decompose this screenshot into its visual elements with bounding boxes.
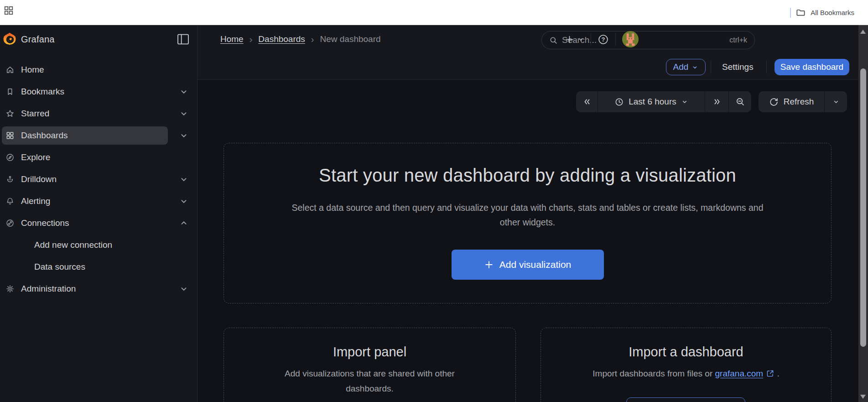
chevron-up-icon[interactable]: [179, 218, 189, 228]
breadcrumb-separator-icon: ›: [249, 34, 253, 45]
sidebar: Home Bookmarks Starred Dashboards: [0, 53, 198, 402]
chevron-down-icon[interactable]: [179, 284, 189, 294]
import-panel-title: Import panel: [333, 345, 406, 360]
plus-icon: [565, 35, 574, 44]
dashboard-toolbar: Add Settings Save dashboard: [198, 53, 858, 80]
bookmark-icon: [5, 87, 15, 96]
sidebar-item-alerting[interactable]: Alerting: [0, 192, 198, 210]
sidebar-item-label: Home: [21, 65, 44, 75]
sidebar-item-label: Connections: [21, 218, 69, 228]
plus-icon: [484, 260, 494, 270]
sidebar-item-data-sources[interactable]: Data sources: [0, 258, 198, 276]
scroll-up-arrow[interactable]: [860, 30, 866, 34]
sidebar-item-label: Dashboards: [21, 131, 68, 141]
chevron-down-icon: [691, 64, 698, 71]
bookmarks-divider: [790, 8, 791, 18]
grafana-logo[interactable]: Grafana: [3, 31, 55, 47]
app-header: Grafana Home › Dashboards › New dashboar…: [0, 25, 858, 53]
time-zoom-out-button[interactable]: [728, 91, 751, 112]
search-shortcut: ctrl+k: [729, 36, 747, 44]
header-actions: ?: [565, 25, 639, 53]
add-visualization-button[interactable]: Add visualization: [452, 250, 604, 280]
import-dashboard-desc-suffix: .: [774, 369, 780, 378]
sidebar-header: Grafana: [0, 25, 198, 53]
add-panel-button[interactable]: Add: [666, 59, 706, 75]
chevron-down-icon[interactable]: [179, 87, 189, 97]
time-picker-group: Last 6 hours: [576, 91, 751, 112]
grafana-com-link[interactable]: grafana.com: [715, 369, 764, 378]
time-range-label: Last 6 hours: [629, 97, 676, 107]
drilldown-icon: [5, 175, 15, 184]
chevron-down-icon[interactable]: [179, 109, 189, 119]
sidebar-item-add-new-connection[interactable]: Add new connection: [0, 236, 198, 254]
time-shift-back-button[interactable]: [576, 91, 598, 112]
import-dashboard-description: Import dashboards from files or grafana.…: [593, 366, 779, 381]
settings-label: Settings: [722, 62, 754, 72]
apps-grid-icon: [5, 131, 15, 140]
zoom-out-icon: [735, 97, 745, 107]
chevron-down-icon[interactable]: [179, 131, 189, 141]
breadcrumb-current: New dashboard: [320, 34, 380, 44]
sidebar-item-drilldown[interactable]: Drilldown: [0, 170, 198, 188]
gear-icon: [5, 284, 15, 293]
sidebar-item-home[interactable]: Home: [0, 61, 198, 79]
dashboard-canvas: Last 6 hours Refresh: [198, 80, 858, 402]
sidebar-item-administration[interactable]: Administration: [0, 280, 198, 298]
chevron-down-icon: [832, 98, 840, 105]
all-bookmarks-button[interactable]: All Bookmarks: [790, 0, 854, 25]
apps-launcher-icon[interactable]: [4, 5, 14, 16]
all-bookmarks-label: All Bookmarks: [811, 9, 854, 16]
star-icon: [5, 109, 15, 118]
sidebar-item-label: Data sources: [34, 262, 85, 272]
breadcrumb-separator-icon: ›: [311, 34, 315, 45]
sidebar-item-dashboards[interactable]: Dashboards: [0, 126, 198, 145]
time-range-button[interactable]: Last 6 hours: [598, 91, 705, 112]
sidebar-item-explore[interactable]: Explore: [0, 148, 198, 167]
breadcrumb: Home › Dashboards › New dashboard: [220, 25, 381, 53]
chevron-down-icon[interactable]: [179, 174, 189, 184]
import-panel-card: Import panel Add visualizations that are…: [223, 328, 516, 402]
search-icon: [549, 36, 558, 45]
browser-scrollbar: [858, 25, 868, 402]
header-divider: [615, 33, 616, 45]
folder-icon: [795, 7, 806, 18]
hero-description: Select a data source and then query and …: [281, 200, 774, 230]
page: All Bookmarks Grafana: [0, 0, 868, 402]
chevron-down-icon: [577, 36, 584, 43]
sidebar-item-label: Alerting: [21, 196, 50, 206]
empty-dashboard-panel: Start your new dashboard by adding a vis…: [223, 143, 832, 303]
scrollbar-thumb[interactable]: [860, 68, 866, 347]
sidebar-item-label: Explore: [21, 152, 50, 162]
refresh-interval-button[interactable]: [824, 91, 847, 112]
save-dashboard-button[interactable]: Save dashboard: [774, 59, 849, 75]
sidebar-item-starred[interactable]: Starred: [0, 104, 198, 123]
user-avatar[interactable]: [622, 31, 639, 47]
help-button[interactable]: ?: [598, 34, 609, 45]
compass-icon: [5, 153, 15, 162]
app-name: Grafana: [21, 34, 55, 45]
breadcrumb-dashboards[interactable]: Dashboards: [258, 34, 305, 44]
toolbar-divider: [711, 61, 711, 73]
refresh-button[interactable]: Refresh: [759, 91, 824, 112]
home-icon: [5, 65, 15, 74]
time-shift-forward-button[interactable]: [705, 91, 728, 112]
sidebar-item-label: Bookmarks: [21, 87, 64, 97]
settings-button[interactable]: Settings: [722, 59, 754, 75]
chevron-down-icon: [681, 98, 688, 105]
import-dashboard-title: Import a dashboard: [629, 345, 743, 360]
sidebar-toggle-icon[interactable]: [177, 34, 189, 45]
sidebar-item-connections[interactable]: Connections: [0, 214, 198, 232]
external-link-icon: [766, 369, 774, 378]
sidebar-item-bookmarks[interactable]: Bookmarks: [0, 83, 198, 101]
scroll-down-arrow[interactable]: [860, 395, 866, 399]
sidebar-item-label: Starred: [21, 109, 49, 119]
add-visualization-label: Add visualization: [499, 259, 572, 270]
chevrons-left-icon: [582, 97, 592, 107]
bell-icon: [5, 197, 15, 206]
svg-text:?: ?: [602, 36, 605, 43]
new-button[interactable]: [565, 35, 584, 44]
chevrons-right-icon: [712, 97, 722, 107]
breadcrumb-home[interactable]: Home: [220, 34, 244, 44]
import-dashboard-button[interactable]: [626, 397, 745, 402]
chevron-down-icon[interactable]: [179, 196, 189, 206]
